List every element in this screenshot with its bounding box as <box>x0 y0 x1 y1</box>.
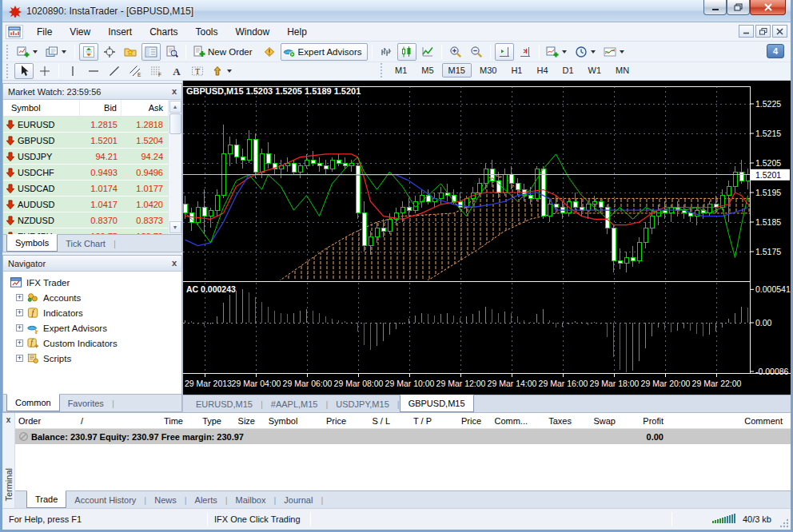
zoom-out-button[interactable] <box>467 43 486 61</box>
candlestick-chart-button[interactable] <box>397 43 416 61</box>
chevron-down-icon[interactable] <box>562 50 567 54</box>
expert-advisors-button[interactable]: Expert Advisors <box>281 43 368 61</box>
navigator-item-accounts[interactable]: +Accounts <box>8 290 181 305</box>
expand-icon[interactable]: + <box>16 355 23 362</box>
mdi-minimize-button[interactable] <box>739 25 754 38</box>
menu-insert[interactable]: Insert <box>99 24 141 40</box>
tab-trade[interactable]: Trade <box>26 490 66 508</box>
column-ask[interactable]: Ask <box>122 100 168 116</box>
terminal-column-size[interactable]: Size <box>225 416 258 426</box>
menu-charts[interactable]: Charts <box>141 24 186 40</box>
tab-mailbox[interactable]: Mailbox <box>228 491 274 508</box>
new-order-button[interactable]: New Order <box>190 43 258 61</box>
expand-icon[interactable]: + <box>16 339 23 347</box>
timeframe-h4[interactable]: H4 <box>530 63 554 77</box>
market-watch-row[interactable]: NZDUSD0.83700.8373 <box>3 212 168 228</box>
minimize-button[interactable] <box>703 0 727 15</box>
terminal-column-order[interactable]: Order <box>15 416 78 426</box>
zoom-in-button[interactable] <box>446 43 465 61</box>
terminal-column-price[interactable]: Price <box>308 416 349 426</box>
text-button[interactable]: A <box>167 63 186 79</box>
tab-news[interactable]: News <box>146 491 185 508</box>
close-icon[interactable]: x <box>6 415 11 424</box>
terminal-column-comm-[interactable]: Comm... <box>484 416 531 426</box>
one-click-trading-button[interactable]: IFX One Click Trading <box>208 512 310 526</box>
line-chart-button[interactable] <box>418 43 437 61</box>
market-watch-row[interactable]: EURJPY120.75120.79 <box>3 228 168 234</box>
cursor-button[interactable] <box>14 63 34 79</box>
close-icon[interactable]: x <box>172 87 177 96</box>
fibonacci-button[interactable]: F <box>146 63 165 79</box>
alerts-button[interactable] <box>260 43 279 61</box>
tab-alerts[interactable]: Alerts <box>187 491 225 508</box>
app-icon[interactable] <box>9 5 22 18</box>
navigator-item-indicators[interactable]: +fIndicators <box>8 305 181 320</box>
close-icon[interactable]: x <box>172 259 177 268</box>
expand-icon[interactable]: + <box>16 294 23 301</box>
terminal-column-profit[interactable]: Profit <box>619 416 667 426</box>
terminal-column-s-l[interactable]: S / L <box>349 416 393 426</box>
timeframe-w1[interactable]: W1 <box>582 63 608 77</box>
market-watch-titlebar[interactable]: Market Watch: 23:59:56 x <box>3 84 181 100</box>
tab-common[interactable]: Common <box>6 394 60 411</box>
templates-button[interactable] <box>601 43 628 61</box>
new-chart-button[interactable] <box>14 43 42 61</box>
chart-tab-eurusd-m15[interactable]: EURUSD,M15 <box>188 395 261 412</box>
terminal-column-price[interactable]: Price <box>435 416 484 426</box>
data-window-button[interactable] <box>162 43 181 61</box>
navigator-item-scripts[interactable]: +Scripts <box>8 351 181 366</box>
market-watch-row[interactable]: EURUSD1.28151.2818 <box>3 117 168 133</box>
menu-help[interactable]: Help <box>278 24 316 40</box>
timeframe-h1[interactable]: H1 <box>504 63 528 77</box>
terminal-column-comment[interactable]: Comment <box>667 416 786 426</box>
terminal-column-t-p[interactable]: T / P <box>393 416 435 426</box>
chevron-down-icon[interactable] <box>620 50 624 54</box>
chart-canvas[interactable]: GBPUSD,M15 1.5203 1.5205 1.5189 1.5201AC… <box>183 81 791 395</box>
terminal-column-type[interactable]: Type <box>186 416 225 426</box>
menu-window[interactable]: Window <box>227 24 279 40</box>
market-watch-row[interactable]: USDCAD1.01741.0177 <box>3 181 168 197</box>
market-watch-row[interactable]: GBPUSD1.52011.5204 <box>3 133 168 149</box>
scroll-up-icon[interactable]: ▲ <box>169 101 181 113</box>
timeframe-m15[interactable]: M15 <box>442 63 472 77</box>
chart-tab--aapl-m15[interactable]: #AAPL,M15 <box>263 395 326 412</box>
terminal-column--[interactable]: / <box>78 416 98 426</box>
bar-chart-button[interactable] <box>377 43 396 61</box>
menu-file[interactable]: File <box>28 24 61 40</box>
column-symbol[interactable]: Symbol <box>3 100 80 116</box>
market-watch-row[interactable]: USDJPY94.2194.24 <box>3 149 168 165</box>
close-button[interactable] <box>750 0 786 15</box>
timeframe-m5[interactable]: M5 <box>415 63 440 77</box>
timeframe-mn[interactable]: MN <box>609 63 636 77</box>
market-watch-row[interactable]: USDCHF0.94930.9496 <box>3 165 168 181</box>
menu-view[interactable]: View <box>61 24 99 40</box>
chevron-down-icon[interactable] <box>591 50 596 54</box>
chart-tab-gbpusd-m15[interactable]: GBPUSD,M15 <box>400 395 474 412</box>
toolbar-grip[interactable] <box>381 63 385 77</box>
expand-icon[interactable]: + <box>16 324 23 332</box>
terminal-column-taxes[interactable]: Taxes <box>531 416 575 426</box>
tab-account-history[interactable]: Account History <box>66 491 144 508</box>
timeframe-d1[interactable]: D1 <box>556 63 580 77</box>
chevron-down-icon[interactable] <box>227 69 232 73</box>
tab-favorites[interactable]: Favorites <box>60 395 112 411</box>
tab-symbols[interactable]: Symbols <box>6 234 58 252</box>
navigator-item-expert-advisors[interactable]: +Expert Advisors <box>8 320 181 335</box>
horizontal-line-button[interactable] <box>84 63 103 79</box>
text-label-button[interactable]: T <box>188 63 207 79</box>
resize-grip[interactable] <box>778 514 791 530</box>
tab-tick-chart[interactable]: Tick Chart <box>58 235 114 252</box>
periods-button[interactable] <box>572 43 600 61</box>
notifications-bubble[interactable]: 4 <box>767 44 784 58</box>
mdi-close-button[interactable] <box>772 25 787 38</box>
scroll-thumb[interactable] <box>169 113 181 134</box>
chevron-down-icon[interactable] <box>33 50 38 54</box>
market-watch-scrollbar[interactable]: ▲ ▼ <box>168 100 181 234</box>
toolbar-grip[interactable] <box>6 64 10 78</box>
market-watch-row[interactable]: AUDUSD1.04171.0420 <box>3 197 168 212</box>
auto-shift-button[interactable] <box>516 43 535 61</box>
restore-button[interactable] <box>727 0 750 15</box>
crosshair-button[interactable] <box>35 63 54 79</box>
crosshair-target-button[interactable] <box>100 43 119 61</box>
toolbar-grip[interactable] <box>6 45 10 59</box>
